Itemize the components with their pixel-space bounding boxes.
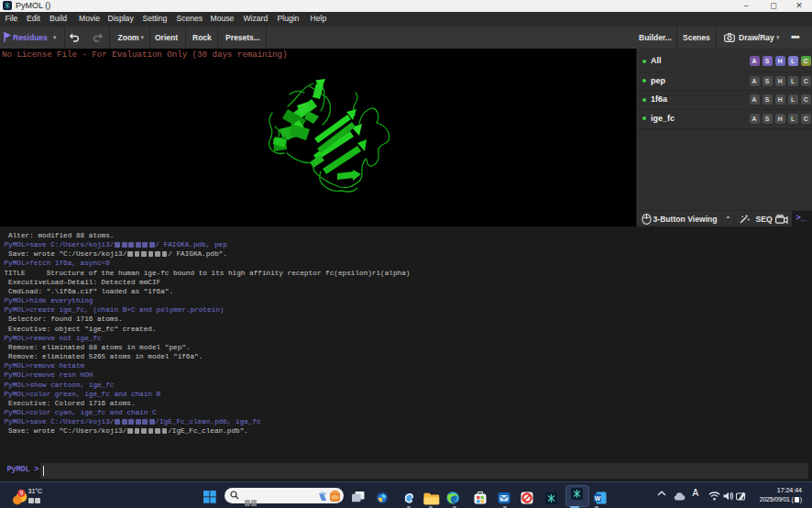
svg-text:W: W <box>595 494 601 501</box>
svg-text:9: 9 <box>19 490 23 496</box>
